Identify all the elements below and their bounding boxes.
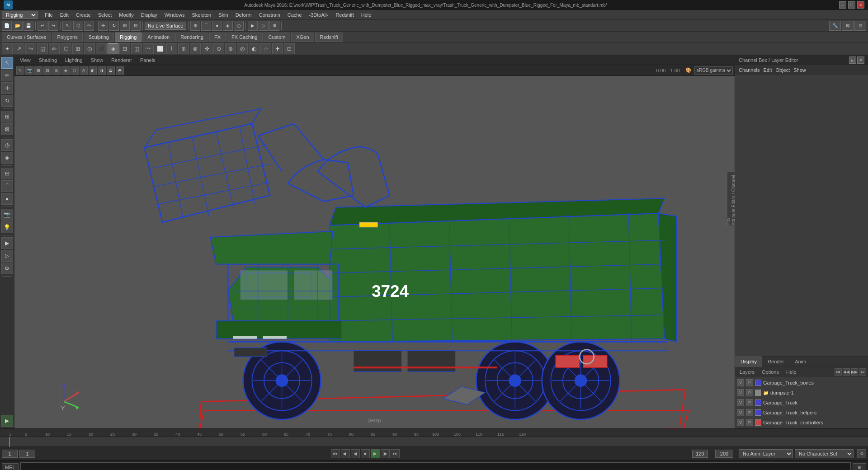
le-skip-start-button[interactable]: ⏮ (835, 368, 842, 376)
vp-camera-button[interactable]: 📷 (25, 66, 33, 75)
tab-rendering[interactable]: Rendering (175, 33, 208, 42)
menu-help[interactable]: Help (358, 11, 375, 19)
tab-rigging[interactable]: Rigging (115, 33, 142, 42)
menu-create[interactable]: Create (72, 11, 94, 19)
cb-tab-channels[interactable]: Channels (737, 66, 761, 74)
universal-manip-button[interactable]: 🔧 (829, 21, 841, 31)
tab-polygons[interactable]: Polygons (52, 33, 82, 42)
vp-aa-button[interactable]: ◓ (116, 66, 124, 75)
vp-shadow-button[interactable]: ◐ (89, 66, 97, 75)
tab-animation[interactable]: Animation (142, 33, 175, 42)
menu-deform[interactable]: Deform (232, 11, 255, 19)
layer-tab-render[interactable]: Render (762, 356, 789, 367)
camera-button[interactable]: 📷 (1, 209, 13, 221)
cb-tab-object[interactable]: Object (774, 66, 792, 74)
rp-detach-button[interactable]: ◱ (849, 56, 856, 64)
open-scene-button[interactable]: 📂 (13, 21, 23, 31)
snap-to-grid-button[interactable]: ⊞ (190, 21, 200, 31)
vp-texture-button[interactable]: ◷ (80, 66, 88, 75)
no-live-surface-label[interactable]: No Live Surface (145, 22, 186, 30)
rotate-mode-button[interactable]: ↻ (1, 95, 13, 107)
le-skip-end-button[interactable]: ⏭ (859, 368, 866, 376)
menu-constrain[interactable]: Constrain (255, 11, 284, 19)
maximize-button[interactable]: □ (848, 1, 855, 9)
tab-curves-surfaces[interactable]: Curves / Surfaces (2, 33, 51, 42)
timeline-ruler[interactable]: 1 5 10 15 20 25 30 35 40 45 50 55 60 65 … (0, 429, 868, 437)
constraint-scale-icon[interactable]: ✜ (202, 43, 212, 54)
snap-curve-button[interactable]: ⌒ (1, 180, 13, 192)
move-mode-button[interactable]: ✛ (1, 82, 13, 94)
anim-layer-selector[interactable]: No Anim Layer (739, 449, 793, 458)
soft-select-button[interactable]: ◷ (1, 139, 13, 151)
wrap-icon[interactable]: ◫ (131, 43, 142, 54)
vp-select-button[interactable]: ↖ (16, 66, 24, 75)
viewport-menu-view[interactable]: View (16, 56, 34, 64)
snap-to-view-button[interactable]: ◈ (223, 21, 233, 31)
history-button[interactable]: ⊡ (854, 21, 866, 31)
step-back-button[interactable]: ◀| (341, 449, 350, 458)
new-scene-button[interactable]: 📄 (2, 21, 12, 31)
deformer-icon[interactable]: ◷ (84, 43, 95, 54)
frame-icon[interactable]: ⊡ (284, 43, 295, 54)
stop-button[interactable]: ■ (361, 449, 370, 458)
attribute-editor-tab[interactable]: Attribute Editor / Channel Box (727, 172, 735, 226)
tab-sculpting[interactable]: Sculpting (84, 33, 114, 42)
tab-fx-caching[interactable]: FX Caching (226, 33, 262, 42)
playback-end-input[interactable] (715, 450, 733, 458)
menu-file[interactable]: File (41, 11, 57, 19)
vp-motionblur-button[interactable]: ◒ (107, 66, 115, 75)
save-scene-button[interactable]: 💾 (24, 21, 33, 31)
select-mode-button[interactable]: ↖ (1, 57, 13, 69)
render-region-button[interactable]: ▶ (248, 21, 258, 31)
close-button[interactable]: ✕ (857, 1, 864, 9)
timeline-track[interactable] (0, 437, 868, 446)
mode-selector[interactable]: Rigging Animation Polygons (2, 11, 38, 19)
layer-row-bones[interactable]: V P Garbage_Truck_bones (735, 378, 868, 388)
layer-visibility-helpers[interactable]: V (737, 409, 744, 416)
paint-select-mode-button[interactable]: ✏ (1, 70, 13, 81)
skin-bind-icon[interactable]: ◱ (37, 43, 48, 54)
transform-tool-button[interactable]: ⊟ (131, 21, 141, 31)
mel-mode-button[interactable]: MEL (2, 463, 19, 470)
le-skip-back-button[interactable]: ◀◀ (843, 368, 850, 376)
constraint-aim-icon[interactable]: ⊙ (213, 43, 224, 54)
nonlinear-icon[interactable]: ⌇ (166, 43, 177, 54)
layer-row-truck[interactable]: V P Garbage_Truck (735, 398, 868, 408)
play-forward-button[interactable]: ▶ (371, 449, 380, 458)
layer-row-helpers[interactable]: V P Garbage_Truck_helpers (735, 408, 868, 418)
vp-shading-button[interactable]: ◈ (61, 66, 70, 75)
snap-point-button[interactable]: ● (1, 193, 13, 205)
cluster-icon[interactable]: ◈ (108, 43, 118, 54)
le-options-menu[interactable]: Options (759, 369, 782, 375)
layer-row-dumpster[interactable]: V P 📁 dumpster1 (735, 388, 868, 398)
skip-to-end-button[interactable]: ⏭ (391, 449, 400, 458)
layer-visibility-bones[interactable]: V (737, 379, 744, 386)
render-settings-button[interactable]: ⚙ (269, 21, 279, 31)
show-manip-button[interactable]: ◈ (1, 152, 13, 164)
layer-tab-anim[interactable]: Anim (789, 356, 811, 367)
gamma-selector[interactable]: sRGB gamma (694, 66, 733, 75)
cmd-output-button[interactable]: ≡ (853, 463, 866, 470)
set-driven-key-icon[interactable]: ◎ (237, 43, 248, 54)
lasso-select-button[interactable]: ⬡ (73, 21, 83, 31)
snap-to-surface-button[interactable]: ◷ (234, 21, 244, 31)
redo-button[interactable]: ↪ (48, 21, 58, 31)
render-settings-lt-button[interactable]: ⚙ (1, 263, 13, 274)
character-set-selector[interactable]: No Character Set (795, 449, 854, 458)
scale-mode-button[interactable]: ⊞ (1, 111, 13, 122)
vp-ao-button[interactable]: ◑ (98, 66, 106, 75)
paint-select-button[interactable]: ✏ (84, 21, 94, 31)
menu-redshift[interactable]: Redshift (332, 11, 357, 19)
layer-playback-bones[interactable]: P (746, 379, 753, 386)
menu-skin[interactable]: Skin (215, 11, 231, 19)
snap-to-point-button[interactable]: ● (212, 21, 222, 31)
le-skip-forward-button[interactable]: ▶▶ (851, 368, 858, 376)
frame-step-input[interactable] (19, 450, 35, 458)
mirror-skin-icon[interactable]: ⬡ (61, 43, 71, 54)
character-icon[interactable]: ◐ (249, 43, 259, 54)
blend-shape-icon[interactable]: ⬛ (96, 43, 107, 54)
layer-visibility-truck[interactable]: V (737, 399, 744, 406)
tab-redshift[interactable]: Redshift (315, 33, 343, 42)
menu-display[interactable]: Display (137, 11, 161, 19)
soft-mod-button[interactable]: ⊠ (842, 21, 854, 31)
